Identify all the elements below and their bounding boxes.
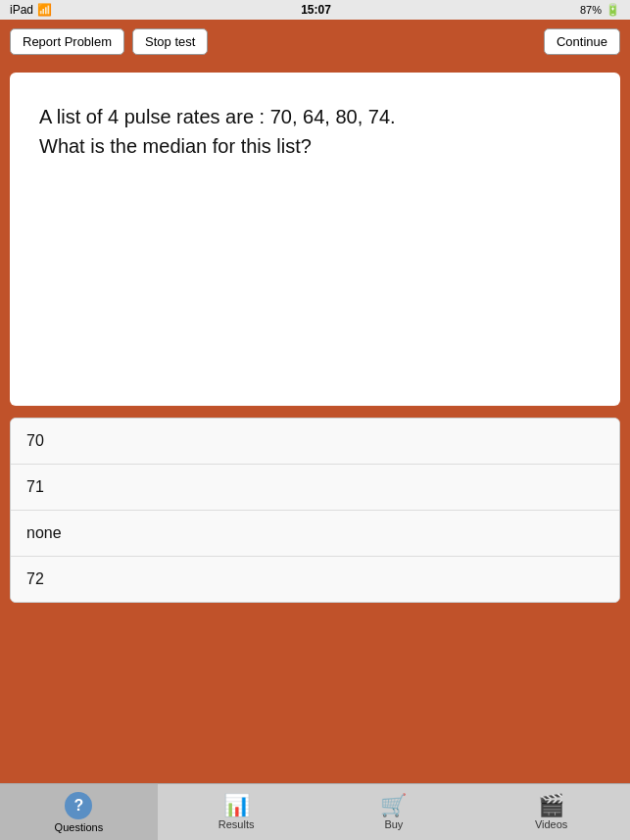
answer-list: 7071none72 [10,418,620,603]
question-text-line2: What is the median for this list? [39,131,591,161]
device-label: iPad [10,3,33,17]
report-problem-button[interactable]: Report Problem [10,28,124,55]
toolbar-left: Report Problem Stop test [10,28,208,55]
tab-label-results: Results [218,818,255,830]
answer-item[interactable]: 70 [11,419,619,465]
status-bar: iPad 📶 15:07 87% 🔋 [0,0,630,20]
answer-item[interactable]: 71 [11,465,619,511]
tab-item-questions[interactable]: ?Questions [0,784,158,840]
results-icon: 📊 [223,795,250,816]
buy-icon: 🛒 [380,795,407,816]
answer-item[interactable]: none [11,511,619,557]
questions-icon: ? [65,792,92,819]
tab-item-videos[interactable]: 🎬Videos [472,784,630,840]
toolbar-right: Continue [544,28,620,55]
tab-label-videos: Videos [535,818,567,830]
tab-bar: ?Questions📊Results🛒Buy🎬Videos [0,783,630,840]
status-right: 87% 🔋 [580,3,620,17]
status-time: 15:07 [301,3,331,17]
tab-item-results[interactable]: 📊Results [158,784,315,840]
answer-item[interactable]: 72 [11,557,619,602]
status-left: iPad 📶 [10,3,52,17]
tab-item-buy[interactable]: 🛒Buy [315,784,473,840]
question-text-line1: A list of 4 pulse rates are : 70, 64, 80… [39,102,591,131]
wifi-icon: 📶 [37,3,52,17]
tab-label-questions: Questions [55,821,104,833]
answer-area: 7071none72 [10,418,620,603]
tab-label-buy: Buy [384,818,403,830]
continue-button[interactable]: Continue [544,28,620,55]
question-area: A list of 4 pulse rates are : 70, 64, 80… [10,73,620,406]
battery-icon: 🔋 [606,3,620,17]
videos-icon: 🎬 [538,795,564,816]
stop-test-button[interactable]: Stop test [132,28,208,55]
toolbar: Report Problem Stop test Continue [0,20,630,63]
battery-label: 87% [580,4,602,16]
